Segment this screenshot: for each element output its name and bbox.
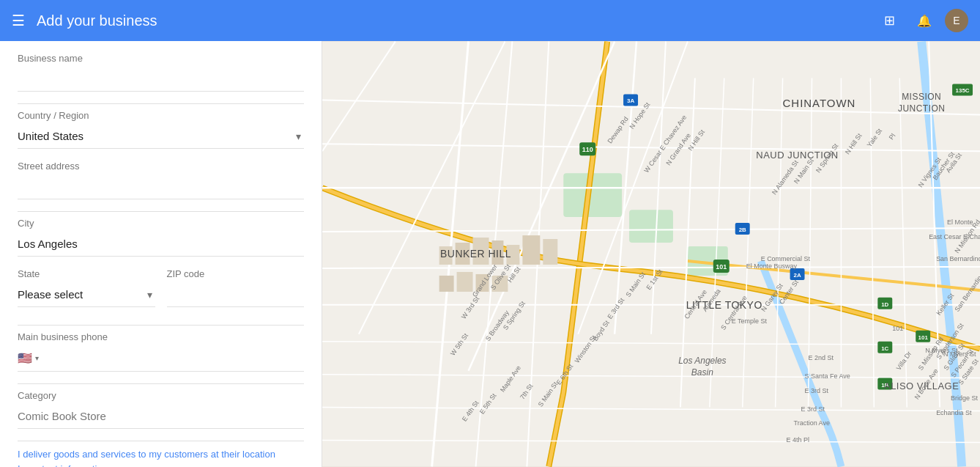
country-select[interactable]: United States Canada United Kingdom [18,124,304,149]
svg-text:1D: 1D [881,301,888,308]
country-group: Country / Region United States Canada Un… [18,110,304,149]
main-content: Business name Country / Region United St… [0,41,980,467]
street-address-group: Street address [18,161,304,199]
svg-text:El Monte: El Monte [947,218,973,226]
state-select-wrapper: Please select California New York [18,282,155,307]
state-label: State [18,268,155,279]
form-panel: Business name Country / Region United St… [0,41,322,467]
phone-label: Main business phone [18,331,304,342]
divider-1 [18,103,304,104]
app-header: ☰ Add your business ⊞ 🔔 E [0,0,980,41]
business-name-input[interactable] [18,67,304,92]
svg-rect-39 [439,276,454,292]
divider-3 [18,325,304,326]
delivery-text: I deliver goods and services to my custo… [18,449,275,460]
svg-text:135C: 135C [956,87,970,94]
zip-input[interactable] [167,282,305,307]
svg-text:E 4th Pl: E 4th Pl [787,436,809,444]
apps-grid-button[interactable]: ⊞ [875,6,904,35]
svg-text:N Myers St: N Myers St [943,350,976,358]
street-address-label: Street address [18,161,304,172]
svg-text:E 2nd St: E 2nd St [809,354,834,361]
map-svg: 110 101 2A 2B 3A 1D 1B 1C 135C [322,41,980,467]
category-group: Category [18,390,304,429]
phone-wrapper: 🇺🇸 ▾ [18,345,304,372]
bell-icon: 🔔 [917,14,932,28]
grid-icon: ⊞ [884,12,895,29]
business-name-label: Business name [18,53,304,64]
svg-text:1C: 1C [881,345,888,352]
notifications-button[interactable]: 🔔 [910,6,939,35]
map-panel: 110 101 2A 2B 3A 1D 1B 1C 135C [322,41,980,467]
state-select[interactable]: Please select California New York [18,282,155,307]
svg-text:Los Angeles: Los Angeles [678,356,726,366]
svg-text:101: 101 [716,263,727,271]
delivery-notice: I deliver goods and services to my custo… [18,447,304,467]
svg-text:E 3rd St: E 3rd St [801,405,825,413]
svg-text:Bridge St: Bridge St [951,394,978,402]
city-group: City [18,218,304,257]
svg-text:MISSION: MISSION [902,92,941,102]
svg-text:CHINATOWN: CHINATOWN [783,97,856,109]
zip-group: ZIP code [167,268,305,307]
header-actions: ⊞ 🔔 E [875,6,968,35]
country-label: Country / Region [18,110,304,121]
svg-rect-2 [629,210,673,243]
svg-text:110: 110 [582,146,593,153]
svg-text:San Bernardino: San Bernardino [936,255,980,262]
svg-text:BUNKER HILL: BUNKER HILL [440,248,511,260]
svg-text:101: 101 [892,325,903,332]
important-information-link[interactable]: Important information [18,463,108,468]
city-label: City [18,218,304,229]
svg-rect-40 [457,272,473,292]
svg-text:El Monte Busway: El Monte Busway [746,262,798,270]
svg-text:JUNCTION: JUNCTION [898,103,946,114]
zip-label: ZIP code [167,268,305,279]
svg-rect-37 [522,235,540,265]
street-address-input[interactable] [18,174,304,199]
svg-text:Basin: Basin [691,367,713,378]
svg-text:E 3rd St: E 3rd St [805,387,829,394]
divider-2 [18,211,304,212]
menu-icon[interactable]: ☰ [12,12,25,29]
svg-text:E Temple St: E Temple St [732,317,768,325]
svg-text:3A: 3A [627,98,634,104]
svg-text:Echandia St: Echandia St [936,409,972,416]
divider-5 [18,441,304,441]
svg-text:2A: 2A [793,272,801,279]
svg-text:E Commercial St: E Commercial St [761,255,811,262]
divider-4 [18,383,304,384]
svg-text:101: 101 [918,334,929,341]
svg-rect-38 [543,239,557,265]
business-name-group: Business name [18,53,304,92]
state-zip-row: State Please select California New York … [18,268,304,319]
phone-country-button[interactable]: 🇺🇸 ▾ [18,348,39,368]
country-select-wrapper: United States Canada United Kingdom [18,124,304,149]
flag-icon: 🇺🇸 [18,351,32,365]
svg-text:S Santa Fe Ave: S Santa Fe Ave [805,372,850,380]
page-title: Add your business [37,12,875,29]
svg-text:2B: 2B [739,227,746,233]
category-label: Category [18,390,304,401]
user-avatar[interactable]: E [945,9,968,32]
category-input[interactable] [18,404,304,429]
phone-input[interactable] [39,349,304,367]
state-group: State Please select California New York [18,268,155,307]
svg-text:Traction Ave: Traction Ave [794,419,830,427]
phone-group: Main business phone 🇺🇸 ▾ [18,331,304,372]
city-input[interactable] [18,232,304,257]
